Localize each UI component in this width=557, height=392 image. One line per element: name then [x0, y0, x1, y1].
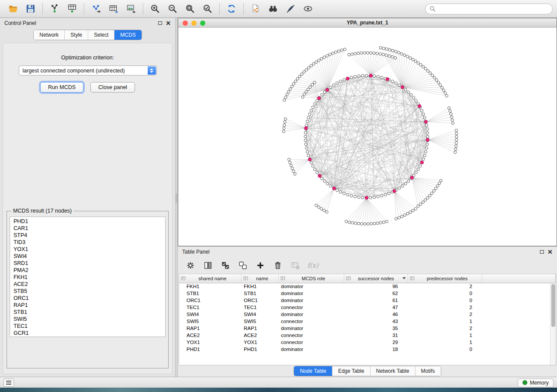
zoom-out-button[interactable]	[164, 2, 181, 16]
cell-predecessor-nodes[interactable]: 2	[408, 325, 482, 332]
cell-mcds-role[interactable]: dominator	[278, 283, 344, 290]
task-history-button[interactable]	[3, 378, 14, 387]
export-table-button[interactable]	[105, 2, 122, 16]
mcds-result-item[interactable]: STB1	[14, 309, 165, 316]
cell-successor-nodes[interactable]: 62	[344, 290, 408, 297]
cell-name[interactable]: ORC1	[241, 297, 278, 304]
cell-mcds-role[interactable]: dominator	[278, 346, 344, 353]
cell-name[interactable]: RAP1	[241, 325, 278, 332]
panel-splitter[interactable]	[175, 18, 178, 377]
cell-mcds-role[interactable]: dominator	[278, 311, 344, 318]
column-header-shared-name[interactable]: shared name	[179, 274, 241, 283]
cell-name[interactable]: ACE2	[241, 332, 278, 339]
cell-predecessor-nodes[interactable]: 0	[408, 346, 482, 353]
cell-shared-name[interactable]: PHD1	[179, 346, 241, 353]
cell-shared-name[interactable]: ORC1	[179, 297, 241, 304]
mcds-result-item[interactable]: SWI5	[14, 316, 165, 323]
cell-name[interactable]: PHD1	[241, 346, 278, 353]
cell-predecessor-nodes[interactable]: 2	[408, 304, 482, 311]
float-panel-icon[interactable]	[158, 21, 162, 25]
table-scrollbar[interactable]	[550, 283, 556, 365]
cell-name[interactable]: FKH1	[241, 283, 278, 290]
find-button[interactable]	[264, 2, 282, 16]
cell-shared-name[interactable]: ACE2	[179, 332, 241, 339]
network-graph[interactable]	[178, 28, 557, 246]
cell-successor-nodes[interactable]: 29	[344, 339, 408, 346]
tab-select[interactable]: Select	[88, 30, 114, 40]
tab-node-table[interactable]: Node Table	[294, 366, 332, 376]
cell-predecessor-nodes[interactable]: 1	[408, 339, 482, 346]
cell-mcds-role[interactable]: dominator	[278, 297, 344, 304]
show-column-panel-button[interactable]	[201, 259, 214, 272]
network-canvas[interactable]	[178, 28, 557, 246]
create-column-button[interactable]	[254, 259, 267, 272]
splitter-grip[interactable]	[176, 193, 177, 203]
cell-shared-name[interactable]: SWI5	[179, 318, 241, 325]
mcds-result-list[interactable]: PHD1CAR1STP4TID3YOX1SWI4SRD1PMA2FKH1ACE2…	[10, 217, 166, 337]
mcds-result-item[interactable]: SRD1	[14, 260, 165, 267]
cell-successor-nodes[interactable]: 43	[344, 318, 408, 325]
table-row[interactable]: STB1STB1dominator620	[179, 290, 556, 297]
cell-shared-name[interactable]: STB1	[179, 290, 241, 297]
cell-name[interactable]: SWI5	[241, 318, 278, 325]
tab-network-table[interactable]: Network Table	[370, 366, 415, 376]
search-box[interactable]	[425, 3, 553, 14]
column-header-mcds-role[interactable]: MCDS role	[278, 274, 344, 283]
tab-mcds[interactable]: MCDS	[114, 30, 141, 40]
export-image-button[interactable]	[122, 2, 140, 16]
table-row[interactable]: SWI5SWI5connector431	[179, 318, 556, 325]
tab-motifs[interactable]: Motifs	[415, 366, 441, 376]
mcds-result-item[interactable]: YOX1	[14, 246, 165, 253]
import-table-button[interactable]	[63, 2, 81, 16]
table-row[interactable]: PHD1PHD1dominator180	[179, 346, 556, 353]
mcds-result-item[interactable]: TID3	[14, 239, 165, 246]
save-session-button[interactable]	[22, 2, 39, 16]
cell-name[interactable]: YOX1	[241, 339, 278, 346]
table-row[interactable]: TEC1TEC1connector472	[179, 304, 556, 311]
cell-mcds-role[interactable]: dominator	[278, 290, 344, 297]
cell-name[interactable]: STB1	[241, 290, 278, 297]
cell-shared-name[interactable]: FKH1	[179, 283, 241, 290]
close-table-panel-icon[interactable]: ✕	[547, 249, 553, 255]
refresh-view-button[interactable]	[223, 2, 240, 16]
mcds-result-item[interactable]: PMA2	[14, 267, 165, 274]
mcds-result-item[interactable]: ORC1	[14, 295, 165, 302]
cell-name[interactable]: SWI4	[241, 311, 278, 318]
show-hide-button[interactable]	[299, 2, 317, 16]
cell-successor-nodes[interactable]: 46	[344, 311, 408, 318]
select-all-columns-button[interactable]	[219, 259, 232, 272]
mcds-result-item[interactable]: FKH1	[14, 274, 165, 281]
clone-network-button[interactable]	[247, 2, 264, 16]
window-zoom-icon[interactable]	[200, 21, 205, 26]
table-row[interactable]: RAP1RAP1dominator352	[179, 325, 556, 332]
mcds-result-item[interactable]: SWI4	[14, 253, 165, 260]
deselect-all-columns-button[interactable]	[236, 259, 249, 272]
table-row[interactable]: ACE2ACE2connector311	[179, 332, 556, 339]
float-table-panel-icon[interactable]	[540, 250, 544, 254]
mcds-result-item[interactable]: PHD1	[14, 218, 165, 225]
window-close-icon[interactable]	[183, 21, 188, 26]
mcds-result-item[interactable]: RAP1	[14, 302, 165, 309]
table-row[interactable]: YOX1YOX1connector291	[179, 339, 556, 346]
cell-mcds-role[interactable]: dominator	[278, 325, 344, 332]
cell-mcds-role[interactable]: connector	[278, 318, 344, 325]
table-row[interactable]: ORC1ORC1dominator610	[179, 297, 556, 304]
cell-successor-nodes[interactable]: 47	[344, 304, 408, 311]
open-file-button[interactable]	[4, 2, 22, 16]
cell-successor-nodes[interactable]: 18	[344, 346, 408, 353]
cell-predecessor-nodes[interactable]: 0	[408, 290, 482, 297]
delete-column-button[interactable]	[271, 259, 284, 272]
column-header-name[interactable]: name	[241, 274, 278, 283]
search-input[interactable]	[438, 6, 548, 12]
mcds-result-item[interactable]: CAR1	[14, 225, 165, 232]
cell-mcds-role[interactable]: connector	[278, 332, 344, 339]
cell-successor-nodes[interactable]: 96	[344, 283, 408, 290]
graphics-details-button[interactable]	[282, 2, 299, 16]
cell-name[interactable]: TEC1	[241, 304, 278, 311]
export-network-button[interactable]	[87, 2, 105, 16]
mcds-result-item[interactable]: ACE2	[14, 281, 165, 288]
mcds-result-item[interactable]: GCR1	[14, 330, 165, 337]
tab-network[interactable]: Network	[34, 30, 64, 40]
cell-predecessor-nodes[interactable]: 1	[408, 332, 482, 339]
close-panel-icon[interactable]: ✕	[166, 20, 171, 26]
